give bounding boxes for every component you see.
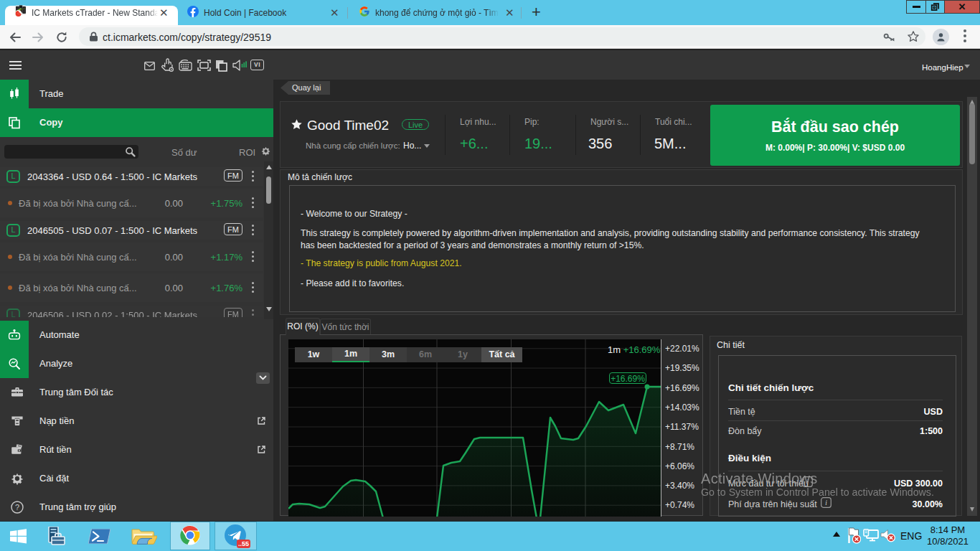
svg-text:?: ? (15, 503, 19, 512)
svg-text:i: i (825, 499, 827, 507)
